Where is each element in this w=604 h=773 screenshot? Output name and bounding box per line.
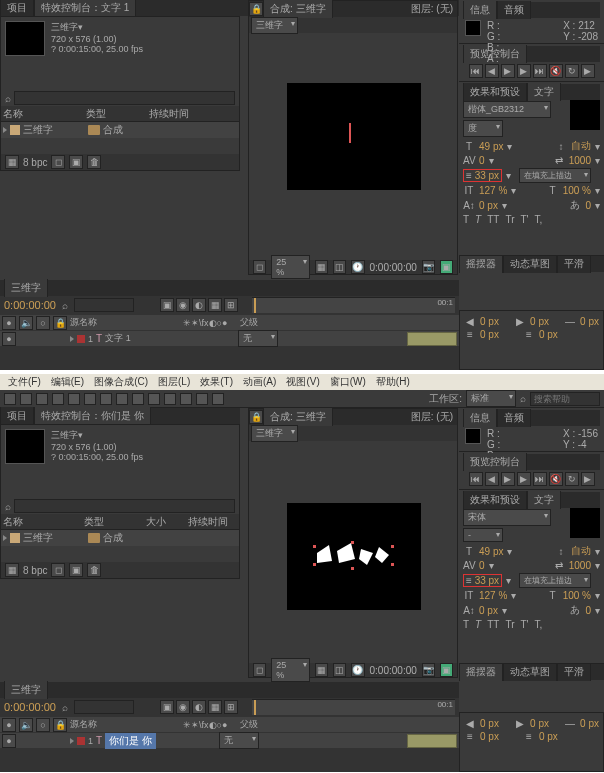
menu-file[interactable]: 文件(F) (4, 375, 45, 389)
stamp-tool-icon[interactable] (164, 393, 176, 405)
size-b[interactable]: 49 px (479, 546, 503, 557)
project-item-row[interactable]: 三维字 合成 (1, 122, 239, 138)
ltw-b[interactable] (70, 738, 74, 744)
item-color-label[interactable] (10, 125, 20, 135)
tlt5-b[interactable]: ⊞ (224, 700, 238, 714)
active-comp-dd[interactable]: 三维字 (251, 17, 298, 34)
src-b[interactable]: 源名称 (70, 718, 150, 731)
leye-b[interactable]: ● (2, 734, 16, 748)
shape-tool-icon[interactable] (100, 393, 112, 405)
tl-toggle3[interactable]: ◐ (192, 298, 206, 312)
project-item-b[interactable]: 三维字 合成 (1, 530, 239, 546)
vtime-b[interactable]: 0:00:00:00 (370, 665, 417, 676)
stroke-width-highlighted[interactable]: ≡ 33 px (463, 169, 502, 182)
ms-b[interactable]: 动态草图 (503, 663, 557, 681)
item-color-b[interactable] (10, 533, 20, 543)
tlt4-b[interactable]: ▦ (208, 700, 222, 714)
tlt3-b[interactable]: ◐ (192, 700, 206, 714)
tl-toggle4[interactable]: ▦ (208, 298, 222, 312)
prev-frame-btn[interactable]: ◀ (485, 64, 499, 78)
newc-b[interactable]: ▣ (69, 563, 83, 577)
tl-search-b[interactable] (74, 700, 134, 714)
lock-b[interactable]: 🔒 (249, 410, 263, 424)
col-size-b[interactable]: 大小 (146, 515, 185, 529)
solo-b[interactable]: ○ (36, 718, 50, 732)
subscript-btn[interactable]: T, (535, 214, 543, 225)
tab-text-b[interactable]: 文字 (527, 491, 561, 509)
kern-b[interactable]: 0 (479, 560, 485, 571)
next-frame-btn[interactable]: ▶ (517, 64, 531, 78)
interpret-btn[interactable]: ▦ (5, 155, 19, 169)
kerning[interactable]: 0 (479, 155, 485, 166)
font-style-dd[interactable]: 度 (463, 120, 503, 137)
hscale[interactable]: 100 % (563, 185, 591, 196)
tl-tab[interactable]: 三维字 (4, 279, 48, 297)
leading[interactable]: 自动 (571, 139, 591, 153)
eraser-tool-icon[interactable] (180, 393, 192, 405)
active-comp-b[interactable]: 三维字 (251, 425, 298, 442)
col-type[interactable]: 类型 (86, 107, 146, 121)
menu-layer[interactable]: 图层(L) (154, 375, 194, 389)
eye-col-icon[interactable]: ● (2, 316, 16, 330)
tl-layer-b[interactable]: ● 1 T 你们是 你 无 (0, 732, 459, 748)
tab-audio-b[interactable]: 音频 (497, 409, 531, 427)
project-search-b[interactable] (14, 499, 235, 513)
new-comp-btn[interactable]: ▣ (69, 155, 83, 169)
viewer-time[interactable]: 0:00:00:00 (370, 262, 417, 273)
interp-b[interactable]: ▦ (5, 563, 19, 577)
mag-b[interactable]: ◻ (253, 663, 266, 677)
layer-dd-b[interactable]: 图层: (无) (411, 410, 453, 424)
tlt2-b[interactable]: ◉ (176, 700, 190, 714)
col-type-b[interactable]: 类型 (84, 515, 143, 529)
tab-motion-sketch[interactable]: 动态草图 (503, 255, 557, 273)
tab-text[interactable]: 文字 (527, 83, 561, 101)
tab-project-b[interactable]: 项目 (0, 407, 34, 425)
hand-tool-icon[interactable] (20, 393, 32, 405)
font-size[interactable]: 49 px (479, 141, 503, 152)
pan-behind-tool-icon[interactable] (84, 393, 96, 405)
blend-mode-dd[interactable]: 无 (238, 330, 278, 347)
comp-name-b[interactable]: 三维字▾ (49, 429, 143, 442)
preview-canvas[interactable] (287, 83, 421, 190)
tl-tab-b[interactable]: 三维字 (4, 681, 48, 699)
faux-bold-btn[interactable]: T (463, 214, 469, 225)
strokeopt-b[interactable]: 在填充上描边 (519, 573, 591, 588)
menu-comp[interactable]: 图像合成(C) (90, 375, 152, 389)
lock-col-icon[interactable]: 🔒 (53, 316, 67, 330)
first-frame-btn[interactable]: ⏮ (469, 64, 483, 78)
col-dur-b[interactable]: 持续时间 (188, 515, 237, 529)
spk-b[interactable]: 🔈 (19, 718, 33, 732)
puppet-tool-icon[interactable] (212, 393, 224, 405)
superscript-btn[interactable]: T' (521, 214, 529, 225)
layer-bar[interactable] (407, 332, 457, 346)
col-name[interactable]: 名称 (3, 107, 83, 121)
smallcaps-btn[interactable]: Tr (505, 214, 514, 225)
lcol-b[interactable] (77, 737, 85, 745)
tab-prev-b[interactable]: 预览控制台 (463, 453, 527, 471)
stroke-opt-dd[interactable]: 在填充上描边 (519, 168, 591, 183)
new-folder-btn[interactable]: ◻ (51, 155, 65, 169)
layer-dropdown[interactable]: 图层: (无) (411, 2, 453, 16)
tl-toggle5[interactable]: ⊞ (224, 298, 238, 312)
trash-btn[interactable]: 🗑 (87, 155, 101, 169)
bpc-label[interactable]: 8 bpc (23, 157, 47, 168)
region-b[interactable]: ▣ (440, 663, 453, 677)
snapshot-icon[interactable]: 📷 (422, 260, 435, 274)
time-icon[interactable]: 🕐 (351, 260, 364, 274)
sc-b[interactable]: Tr (505, 619, 514, 630)
lead-b[interactable]: 自动 (571, 544, 591, 558)
tl-toggle2[interactable]: ◉ (176, 298, 190, 312)
lockc-b[interactable]: 🔒 (53, 718, 67, 732)
preview-canvas-b[interactable] (287, 503, 421, 610)
last-frame-btn[interactable]: ⏭ (533, 64, 547, 78)
grid-icon[interactable]: ▦ (315, 260, 328, 274)
tab-effects[interactable]: 效果和预设 (463, 83, 527, 101)
region-icon[interactable]: ▣ (440, 260, 453, 274)
solo-col-icon[interactable]: ○ (36, 316, 50, 330)
brush-tool-icon[interactable] (148, 393, 160, 405)
layer-color[interactable] (77, 335, 85, 343)
baseline-shift[interactable]: 0 px (479, 200, 498, 211)
allcaps-btn[interactable]: TT (487, 214, 499, 225)
zoom-b[interactable]: 25 % (271, 658, 310, 682)
help-search-input[interactable] (530, 392, 600, 406)
